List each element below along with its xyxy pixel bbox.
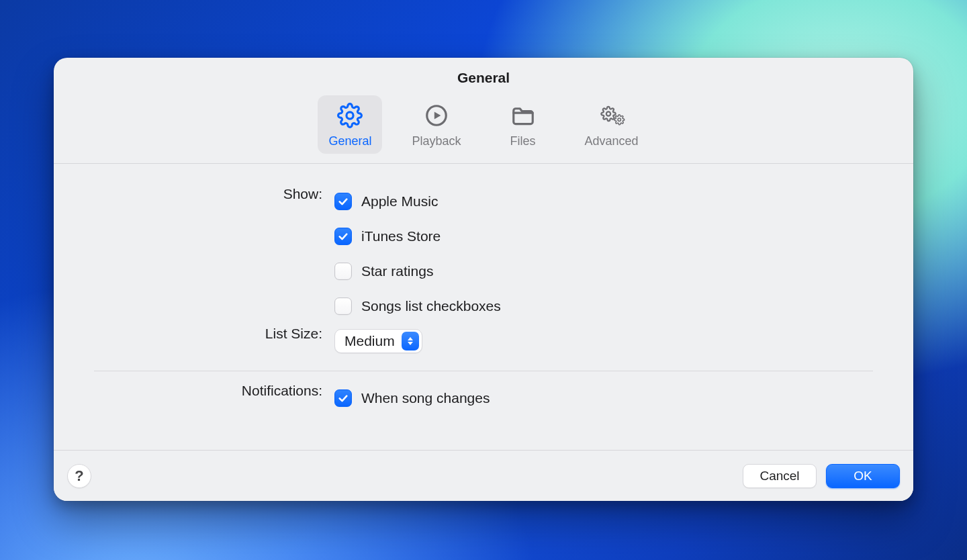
section-divider bbox=[94, 371, 873, 371]
tab-playback[interactable]: Playback bbox=[401, 95, 471, 154]
select-list-size[interactable]: Medium bbox=[334, 329, 422, 353]
row-show-songs-list-checkboxes: Songs list checkboxes bbox=[54, 289, 913, 324]
tab-advanced[interactable]: Advanced bbox=[574, 95, 649, 154]
label-notifications: Notifications: bbox=[81, 381, 322, 399]
button-label: OK bbox=[854, 469, 872, 483]
window-title: General bbox=[457, 60, 510, 86]
row-list-size: List Size: Medium bbox=[54, 324, 913, 359]
preferences-toolbar: General Playback Files bbox=[54, 86, 913, 164]
gears-icon bbox=[598, 102, 625, 129]
row-show-itunes-store: iTunes Store bbox=[54, 219, 913, 254]
tab-label: Files bbox=[510, 134, 536, 148]
preferences-window: General General Playback bbox=[54, 58, 913, 501]
label-show: Show: bbox=[81, 184, 322, 202]
folder-icon bbox=[510, 102, 537, 129]
titlebar: General bbox=[54, 58, 913, 86]
gear-icon bbox=[336, 102, 363, 129]
checkbox-label: iTunes Store bbox=[361, 228, 441, 244]
tab-files[interactable]: Files bbox=[491, 95, 555, 154]
checkbox-star-ratings[interactable] bbox=[334, 263, 352, 280]
checkbox-label: When song changes bbox=[361, 390, 490, 406]
select-value: Medium bbox=[344, 333, 395, 349]
button-label: Cancel bbox=[759, 469, 799, 483]
footer: ? Cancel OK bbox=[54, 450, 913, 501]
svg-marker-2 bbox=[434, 111, 441, 119]
label-list-size: List Size: bbox=[81, 324, 322, 342]
svg-point-4 bbox=[606, 111, 610, 115]
row-show-apple-music: Show: Apple Music bbox=[54, 184, 913, 219]
checkbox-when-song-changes[interactable] bbox=[334, 389, 352, 407]
tab-general[interactable]: General bbox=[318, 95, 382, 154]
checkbox-label: Apple Music bbox=[361, 193, 438, 209]
cancel-button[interactable]: Cancel bbox=[743, 464, 817, 488]
ok-button[interactable]: OK bbox=[826, 464, 900, 488]
svg-point-5 bbox=[618, 118, 620, 121]
tab-label: Advanced bbox=[585, 134, 639, 148]
tab-label: General bbox=[328, 134, 371, 148]
row-show-star-ratings: Star ratings bbox=[54, 254, 913, 289]
checkbox-itunes-store[interactable] bbox=[334, 228, 352, 245]
checkbox-label: Star ratings bbox=[361, 263, 433, 279]
row-notifications: Notifications: When song changes bbox=[54, 381, 913, 416]
chevron-up-down-icon bbox=[402, 332, 419, 351]
play-circle-icon bbox=[423, 102, 450, 129]
preferences-content: Show: Apple Music iTunes Store bbox=[54, 164, 913, 450]
checkbox-songs-list-checkboxes[interactable] bbox=[334, 297, 352, 315]
tab-label: Playback bbox=[412, 134, 461, 148]
checkbox-apple-music[interactable] bbox=[334, 193, 352, 210]
svg-point-0 bbox=[347, 112, 353, 119]
checkbox-label: Songs list checkboxes bbox=[361, 298, 501, 314]
help-button[interactable]: ? bbox=[67, 464, 91, 488]
help-icon: ? bbox=[75, 467, 83, 485]
